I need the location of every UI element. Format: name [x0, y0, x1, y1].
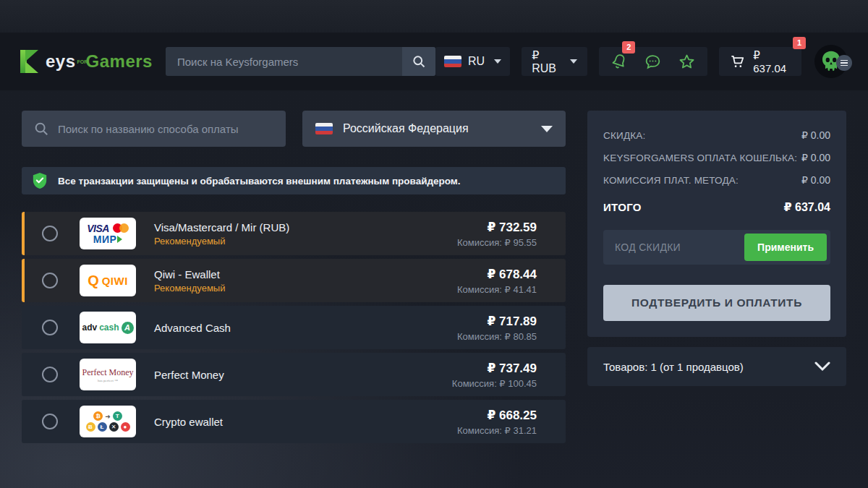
chevron-down-icon — [814, 361, 830, 372]
apply-discount-button[interactable]: Применить — [744, 234, 827, 261]
cart-icon — [729, 52, 746, 71]
products-count-label: Товаров: 1 (от 1 продавцов) — [603, 361, 814, 373]
language-code: RU — [468, 55, 485, 68]
site-search-button[interactable] — [402, 47, 435, 76]
payment-search-input[interactable] — [58, 123, 274, 135]
payment-methods-column: Российская Федерация Все транзакции защи… — [22, 111, 566, 447]
payment-fee: Комиссия: ₽ 100.45 — [452, 378, 537, 389]
notifications-badge: 2 — [622, 41, 635, 53]
discount-code-box: Применить — [603, 230, 830, 265]
star-icon — [678, 53, 696, 71]
payment-fee: Комиссия: ₽ 95.55 — [457, 237, 537, 248]
site-search — [166, 47, 435, 76]
payment-price: ₽ 668.25 — [457, 408, 537, 423]
total-label: ИТОГО — [603, 201, 642, 213]
header-icon-group: 2 — [599, 47, 707, 76]
payment-search — [22, 111, 286, 147]
payment-row-crypto-ewallet[interactable]: ₿ ➜ T Ƀ Ł ✕ ● — [22, 400, 566, 443]
header: eys FOR Gamers RU ₽ RUB 2 — [0, 33, 868, 90]
coin-icon: ● — [121, 422, 130, 432]
chevron-down-icon — [494, 59, 501, 64]
user-avatar[interactable] — [814, 45, 848, 78]
qiwi-logo: QQIWI — [80, 265, 136, 296]
security-notice: Все транзакции защищены и обрабатываются… — [22, 167, 566, 194]
chevron-down-icon — [570, 59, 577, 64]
total-value: ₽ 637.04 — [783, 200, 830, 214]
mastercard-icon — [113, 223, 129, 233]
logo[interactable]: eys FOR Gamers — [20, 50, 153, 73]
logo-text-gamers: Gamers — [86, 51, 153, 72]
payment-name: Qiwi - Ewallet — [154, 268, 225, 281]
order-summary-card: СКИДКА: ₽ 0.00 KEYSFORGAMERS ОПЛАТА КОШЕ… — [587, 111, 846, 337]
products-summary-card[interactable]: Товаров: 1 (от 1 продавцов) — [587, 347, 846, 386]
summary-value: ₽ 0.00 — [801, 152, 830, 163]
search-icon — [412, 54, 426, 69]
payment-price: ₽ 717.89 — [457, 314, 537, 329]
country-selector[interactable]: Российская Федерация — [302, 111, 566, 147]
summary-label: КОМИССИЯ ПЛАТ. МЕТОДА: — [603, 175, 739, 186]
tether-icon: T — [113, 411, 122, 421]
perfect-money-logo: Perfect Moneyhas perfect ™ — [80, 359, 136, 390]
payment-row-visa-mastercard-mir[interactable]: VISA МИР Visa/Mastercard / Mir (RUB) Рек… — [22, 212, 566, 255]
bitcoin-icon: ₿ — [93, 411, 103, 421]
payment-name: Advanced Cash — [154, 322, 231, 334]
advcash-logo: advcashA — [80, 312, 136, 343]
payment-row-qiwi[interactable]: QQIWI Qiwi - Ewallet Рекомендуемый ₽ 678… — [22, 259, 566, 302]
cart-button[interactable]: ₽ 637.04 1 — [719, 47, 801, 76]
shield-check-icon — [32, 172, 48, 189]
payment-name: Crypto ewallet — [154, 416, 223, 428]
confirm-and-pay-button[interactable]: ПОДТВЕРДИТЬ И ОПЛАТИТЬ — [603, 285, 830, 321]
recommended-label: Рекомендуемый — [154, 283, 225, 294]
favorites-button[interactable] — [678, 53, 696, 71]
payment-fee: Комиссия: ₽ 80.85 — [457, 331, 537, 342]
chat-icon — [644, 53, 662, 71]
recommended-label: Рекомендуемый — [154, 236, 289, 247]
crypto-ewallet-logo: ₿ ➜ T Ƀ Ł ✕ ● — [80, 406, 136, 437]
coin-icon: Ł — [98, 422, 107, 432]
payment-price: ₽ 732.59 — [457, 220, 537, 235]
payment-price: ₽ 678.44 — [457, 267, 537, 282]
search-icon — [33, 121, 49, 137]
summary-label: СКИДКА: — [603, 130, 645, 141]
mir-arrow-icon — [117, 236, 122, 243]
payment-fee: Комиссия: ₽ 31.21 — [457, 425, 537, 436]
summary-label: KEYSFORGAMERS ОПЛАТА КОШЕЛЬКА: — [603, 153, 797, 163]
security-notice-text: Все транзакции защищены и обрабатываются… — [58, 176, 461, 187]
account-menu-icon[interactable] — [836, 55, 852, 71]
payment-method-list: VISA МИР Visa/Mastercard / Mir (RUB) Рек… — [22, 212, 566, 443]
radio-button[interactable] — [42, 273, 58, 288]
site-search-input[interactable] — [166, 56, 402, 68]
payment-row-perfect-money[interactable]: Perfect Moneyhas perfect ™ Perfect Money… — [22, 353, 566, 396]
radio-button[interactable] — [42, 320, 58, 335]
coin-icon: ✕ — [109, 422, 119, 432]
summary-value: ₽ 0.00 — [801, 174, 830, 186]
payment-name: Visa/Mastercard / Mir (RUB) — [154, 221, 289, 234]
cart-total: ₽ 637.04 — [753, 49, 791, 74]
chevron-down-icon — [541, 126, 553, 132]
logo-text-keys: eys — [46, 51, 76, 72]
coin-icon: Ƀ — [86, 422, 95, 432]
order-summary-column: СКИДКА: ₽ 0.00 KEYSFORGAMERS ОПЛАТА КОШЕ… — [587, 111, 846, 447]
page: eys FOR Gamers RU ₽ RUB 2 — [0, 0, 868, 488]
currency-label: ₽ RUB — [532, 48, 561, 75]
russia-flag-icon — [444, 56, 461, 67]
notifications-button[interactable]: 2 — [610, 53, 628, 70]
radio-button[interactable] — [42, 414, 58, 429]
discount-code-input[interactable] — [603, 241, 741, 253]
arrow-icon: ➜ — [105, 413, 111, 420]
radio-button[interactable] — [42, 226, 58, 241]
language-selector[interactable]: RU — [435, 47, 510, 76]
payment-fee: Комиссия: ₽ 41.41 — [457, 284, 537, 295]
payment-row-advanced-cash[interactable]: advcashA Advanced Cash ₽ 717.89 Комиссия… — [22, 306, 566, 349]
logo-k-icon — [20, 50, 42, 73]
radio-button[interactable] — [42, 367, 58, 382]
top-strip — [0, 0, 868, 33]
currency-selector[interactable]: ₽ RUB — [522, 47, 587, 76]
summary-value: ₽ 0.00 — [801, 129, 830, 141]
messages-button[interactable] — [644, 53, 662, 71]
logo-text-for: FOR — [77, 59, 85, 64]
content: Российская Федерация Все транзакции защи… — [0, 90, 868, 447]
payment-name: Perfect Money — [154, 369, 224, 381]
country-name: Российская Федерация — [343, 122, 531, 135]
russia-flag-icon — [315, 123, 333, 134]
